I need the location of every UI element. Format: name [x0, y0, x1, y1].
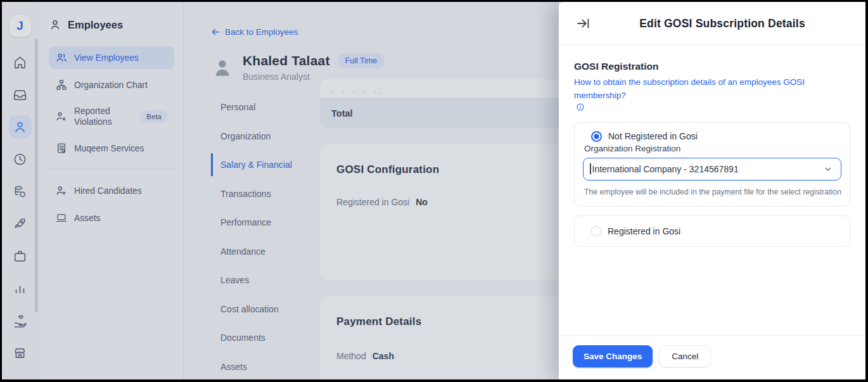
cancel-button[interactable]: Cancel	[659, 345, 711, 367]
registered-in-gosi-value: No	[416, 197, 428, 207]
sidebar-item-assets[interactable]: Assets	[49, 207, 174, 229]
text-cursor	[590, 163, 591, 174]
rail-scrollbar[interactable]	[35, 39, 37, 312]
info-icon	[574, 103, 839, 111]
radio-registered[interactable]: Registered in Gosi	[583, 226, 841, 236]
radio-unselected-icon	[591, 226, 601, 236]
sidebar-divider	[48, 169, 174, 169]
drawer-footer: Save Changes Cancel	[559, 335, 865, 379]
tab-salary-financial[interactable]: Salary & Financial	[211, 153, 320, 176]
document-list-icon	[55, 142, 68, 155]
profile-tabs: Personal Organization Salary & Financial…	[211, 91, 320, 379]
rail-item-reports[interactable]	[9, 277, 32, 300]
app-logo-letter: J	[16, 19, 23, 33]
sidebar-item-label: Organization Chart	[74, 80, 148, 90]
organization-registration-label: Organization Registration	[584, 144, 841, 153]
sidebar-title-label: Employees	[68, 19, 123, 31]
sidebar-item-organization-chart[interactable]: Organization Chart	[49, 73, 174, 96]
bar-chart-icon	[13, 281, 27, 296]
drawer-title: Edit GOSI Subscription Details	[593, 17, 852, 30]
gosi-card-title: GOSI Configuration	[336, 163, 559, 176]
beta-badge: Beta	[140, 110, 168, 123]
organization-registration-select[interactable]: International Company - 3214567891	[583, 158, 841, 181]
employment-type-badge: Full Time	[338, 53, 385, 68]
rail-item-requests[interactable]	[9, 212, 32, 235]
storefront-icon	[13, 346, 27, 360]
hand-heart-icon	[13, 314, 27, 328]
radio-not-registered[interactable]: Not Registered in Gosi	[583, 131, 841, 142]
sidebar-item-hired-candidates[interactable]: Hired Candidates	[49, 179, 174, 202]
collapse-drawer-button[interactable]	[573, 13, 593, 34]
gosi-configuration-card: GOSI Configuration Registered in GosiNo	[320, 144, 559, 280]
chevron-down-icon	[823, 164, 833, 174]
option-not-registered-card: Not Registered in Gosi Organization Regi…	[574, 122, 850, 207]
avatar	[211, 56, 234, 79]
payment-card-title: Payment Details	[336, 315, 559, 328]
sidebar-item-label: Assets	[74, 213, 100, 223]
back-link-label: Back to Employees	[225, 27, 298, 37]
payment-details-card: Payment Details MethodCash	[320, 296, 559, 379]
tab-performance[interactable]: Performance	[211, 211, 320, 234]
gosi-help-link-text: How to obtain the subscription details o…	[574, 77, 805, 100]
person-outline-icon	[49, 18, 61, 31]
drawer-header: Edit GOSI Subscription Details	[559, 2, 865, 46]
radio-selected-icon	[592, 132, 601, 141]
back-to-employees-link[interactable]: Back to Employees	[211, 27, 298, 37]
salary-summary-card: - - - - -, Total	[320, 79, 559, 128]
rail-item-home[interactable]	[9, 51, 32, 73]
sidebar-item-muqeem-services[interactable]: Muqeem Services	[49, 137, 174, 160]
tab-transactions[interactable]: Transactions	[211, 182, 320, 205]
tab-leaves[interactable]: Leaves	[211, 269, 320, 291]
sidebar-item-label: Hired Candidates	[74, 186, 142, 196]
sidebar-item-label: Reported Violations	[74, 106, 126, 127]
rail-item-employees[interactable]	[9, 115, 32, 138]
tab-personal[interactable]: Personal	[211, 96, 320, 118]
tab-assets[interactable]: Assets	[211, 355, 320, 378]
rail-item-marketplace[interactable]	[9, 341, 32, 364]
people-icon	[55, 51, 68, 64]
org-chart-icon	[55, 79, 68, 91]
rail-item-payroll[interactable]	[9, 180, 32, 203]
rail-item-benefits[interactable]	[9, 309, 32, 332]
option-registered-card: Registered in Gosi	[574, 215, 850, 247]
rail-item-inbox[interactable]	[9, 83, 32, 106]
gosi-registration-heading: GOSI Registration	[574, 61, 850, 72]
tab-attendance[interactable]: Attendance	[211, 240, 320, 263]
coins-icon	[13, 184, 27, 199]
person-plus-icon	[55, 184, 68, 197]
arrow-to-bar-icon	[575, 16, 590, 31]
laptop-icon	[55, 212, 68, 224]
rail-item-time[interactable]	[9, 148, 32, 170]
save-changes-button[interactable]: Save Changes	[573, 345, 653, 367]
payment-method-row: MethodCash	[336, 351, 559, 361]
registration-helper-text: The employee will be included in the pay…	[584, 188, 841, 196]
employee-header: Khaled Talaat Full Time Business Analyst	[211, 53, 559, 82]
gosi-help-link[interactable]: How to obtain the subscription details o…	[574, 76, 839, 111]
employee-name: Khaled Talaat	[243, 53, 330, 68]
icon-rail: J	[2, 2, 39, 379]
registered-label: Registered in Gosi	[608, 226, 680, 236]
registered-in-gosi-row: Registered in GosiNo	[336, 197, 559, 207]
employees-sidebar: Employees View Employees Organization Ch…	[39, 2, 184, 379]
tab-documents[interactable]: Documents	[211, 326, 320, 349]
sidebar-item-view-employees[interactable]: View Employees	[49, 46, 174, 69]
payment-method-value: Cash	[373, 351, 394, 361]
sidebar-item-reported-violations[interactable]: Reported Violations Beta	[49, 101, 174, 132]
payment-method-label: Method	[336, 351, 366, 361]
total-row: Total	[320, 98, 559, 128]
organization-registration-value: International Company - 3214567891	[592, 164, 824, 174]
sidebar-item-label: Muqeem Services	[74, 144, 144, 153]
tab-organization[interactable]: Organization	[211, 125, 320, 148]
registered-in-gosi-label: Registered in Gosi	[336, 197, 409, 207]
rocket-icon	[13, 217, 27, 231]
rail-item-jobs[interactable]	[9, 245, 32, 267]
sidebar-item-label: View Employees	[74, 53, 139, 63]
app-logo[interactable]: J	[10, 15, 31, 37]
home-icon	[13, 55, 27, 70]
truncated-row: - - - - -,	[320, 79, 559, 98]
app-window: J	[2, 2, 865, 379]
inbox-tray-icon	[13, 87, 27, 102]
briefcase-icon	[13, 249, 27, 264]
tab-cost-allocation[interactable]: Cost allocation	[211, 298, 320, 321]
employee-profile-page: Back to Employees Khaled Talaat Full Tim…	[184, 2, 559, 379]
